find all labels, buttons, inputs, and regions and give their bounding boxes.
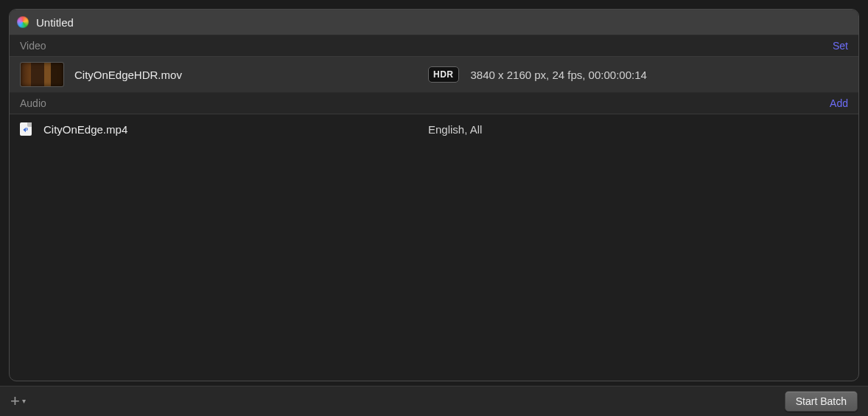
- footer-bar: + ▾ Start Batch: [0, 386, 868, 416]
- video-set-button[interactable]: Set: [833, 40, 848, 52]
- audio-row[interactable]: CityOnEdge.mp4 English, All: [10, 114, 858, 144]
- video-thumbnail: [20, 62, 64, 87]
- video-info-block: HDR 3840 x 2160 px, 24 fps, 00:00:00:14: [428, 66, 848, 83]
- video-row[interactable]: CityOnEdgeHDR.mov HDR 3840 x 2160 px, 24…: [10, 57, 858, 93]
- add-menu-button[interactable]: + ▾: [10, 393, 26, 409]
- content-area: Untitled Video Set CityOnEdgeHDR.mov HDR…: [0, 0, 868, 386]
- video-info: 3840 x 2160 px, 24 fps, 00:00:00:14: [471, 69, 647, 81]
- start-batch-label: Start Batch: [796, 395, 847, 407]
- audio-filename: CityOnEdge.mp4: [43, 123, 127, 136]
- audio-file-icon: [20, 122, 32, 136]
- batch-header[interactable]: Untitled: [10, 10, 858, 35]
- audio-info: English, All: [428, 123, 482, 136]
- video-section-header: Video Set: [10, 35, 858, 57]
- batch-icon: [17, 16, 29, 28]
- batch-panel: Untitled Video Set CityOnEdgeHDR.mov HDR…: [9, 9, 859, 381]
- video-filename: CityOnEdgeHDR.mov: [74, 69, 182, 81]
- hdr-badge: HDR: [428, 66, 459, 83]
- audio-add-button[interactable]: Add: [830, 97, 848, 109]
- audio-info-block: English, All: [428, 123, 848, 136]
- audio-section-header: Audio Add: [10, 93, 858, 114]
- plus-icon: +: [10, 393, 20, 409]
- batch-window: Untitled Video Set CityOnEdgeHDR.mov HDR…: [0, 0, 868, 416]
- video-section-label: Video: [20, 40, 46, 52]
- chevron-down-icon: ▾: [22, 398, 26, 405]
- batch-title: Untitled: [36, 16, 74, 29]
- start-batch-button[interactable]: Start Batch: [785, 391, 858, 412]
- audio-section-label: Audio: [20, 97, 46, 109]
